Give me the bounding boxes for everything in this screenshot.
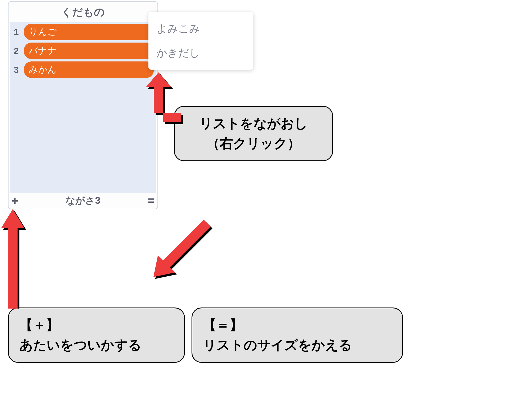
row-value-pill[interactable]: バナナ (24, 43, 154, 59)
menu-item-import[interactable]: よみこみ (148, 16, 253, 41)
list-body: 1 りんご 2 バナナ 3 みかん (10, 22, 156, 193)
row-index: 3 (12, 65, 20, 75)
list-row[interactable]: 2 バナナ (12, 43, 154, 59)
row-value-pill[interactable]: みかん (24, 61, 154, 78)
list-title: くだもの (9, 2, 157, 22)
row-value-pill[interactable]: りんご (24, 24, 154, 40)
list-length-label: ながさ3 (65, 194, 100, 207)
callout-line: 【＝】 (203, 316, 392, 334)
row-index: 2 (12, 46, 20, 56)
list-footer: + ながさ3 = (9, 193, 157, 209)
add-item-button[interactable]: + (12, 195, 18, 206)
menu-item-export[interactable]: かきだし (148, 41, 253, 65)
row-index: 1 (12, 27, 20, 37)
context-menu: よみこみ かきだし (148, 12, 253, 70)
callout-line: リストをながおし (185, 115, 322, 132)
callout-line: 【＋】 (19, 316, 173, 334)
arrow-to-equals-callout (141, 210, 221, 289)
callout-equals: 【＝】 リストのサイズをかえる (192, 307, 403, 363)
list-row[interactable]: 1 りんご (12, 24, 154, 40)
callout-line: あたいをついかする (19, 336, 173, 354)
callout-context-menu: リストをながおし （右クリック） (174, 106, 333, 161)
list-panel: くだもの 1 りんご 2 バナナ 3 みかん + ながさ3 = (8, 1, 158, 209)
callout-line: （右クリック） (185, 135, 322, 152)
list-row[interactable]: 3 みかん (12, 61, 154, 78)
arrow-to-plus-button (0, 207, 29, 309)
callout-line: リストのサイズをかえる (203, 336, 392, 354)
callout-plus: 【＋】 あたいをついかする (8, 307, 185, 363)
resize-list-button[interactable]: = (148, 195, 154, 206)
